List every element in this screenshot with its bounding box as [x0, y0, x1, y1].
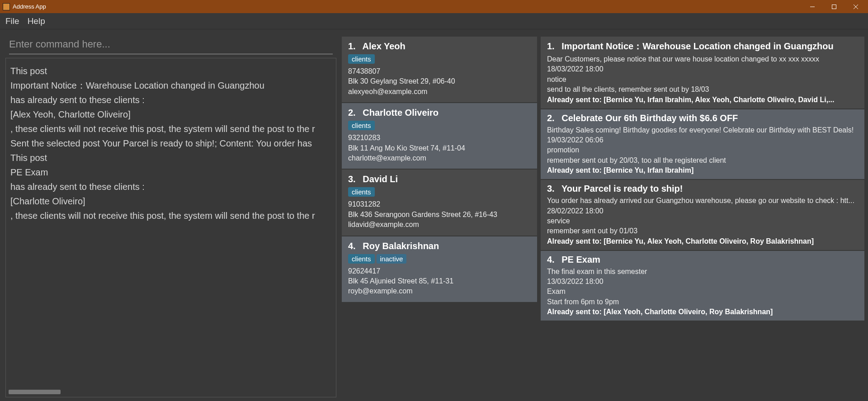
client-tags: clientsinactive [348, 254, 531, 264]
result-line: , these clients will not receive this po… [10, 122, 331, 136]
client-tags: clients [348, 121, 531, 130]
client-address: Blk 45 Aljunied Street 85, #11-31 [348, 276, 531, 286]
client-card[interactable]: 1. Alex Yeohclients87438807Blk 30 Geylan… [342, 37, 537, 102]
maximize-button[interactable] [824, 0, 844, 13]
client-phone: 92624417 [348, 266, 531, 276]
client-phone: 87438807 [348, 66, 531, 76]
result-line: Sent the selected post Your Parcel is re… [10, 136, 331, 151]
tag-clients: clients [348, 187, 375, 197]
result-line: [Alex Yeoh, Charlotte Oliveiro] [10, 107, 331, 122]
command-input[interactable] [9, 35, 333, 54]
client-phone: 93210283 [348, 133, 531, 143]
notice-category: Exam [547, 287, 858, 297]
notice-body: The final exam in this semester [547, 267, 858, 277]
menu-file[interactable]: File [5, 16, 19, 26]
client-email: alexyeoh@example.com [348, 87, 531, 97]
client-card[interactable]: 2. Charlotte Oliveiroclients93210283Blk … [342, 103, 537, 169]
client-phone: 91031282 [348, 199, 531, 209]
titlebar: Address App [0, 0, 868, 13]
client-name: 4. Roy Balakrishnan [348, 241, 531, 251]
notice-note: Start from 6pm to 9pm [547, 297, 858, 307]
result-line: This post [10, 151, 331, 165]
client-card[interactable]: 4. Roy Balakrishnanclientsinactive926244… [342, 236, 537, 302]
horizontal-scrollbar[interactable] [9, 390, 99, 394]
result-line: PE Exam [10, 165, 331, 179]
notice-card[interactable]: 4. PE ExamThe final exam in this semeste… [541, 251, 864, 321]
client-name: 1. Alex Yeoh [348, 41, 531, 52]
window-title: Address App [13, 3, 46, 10]
notice-card[interactable]: 2. Celebrate Our 6th Birthday with $6.6 … [541, 109, 864, 179]
notice-title: 3. Your Parcel is ready to ship! [547, 184, 858, 194]
notice-sent-to: Already sent to: [Bernice Yu, Irfan Ibra… [547, 96, 858, 104]
client-address: Blk 30 Geylang Street 29, #06-40 [348, 76, 531, 86]
notice-card[interactable]: 1. Important Notice：Warehouse Location c… [541, 37, 864, 109]
notice-sent-to: Already sent to: [Bernice Yu, Alex Yeoh,… [547, 237, 858, 245]
notice-category: promotion [547, 145, 858, 155]
tag-inactive: inactive [377, 254, 407, 264]
notice-body: Dear Customers, please notice that our w… [547, 54, 858, 64]
notice-date: 13/03/2022 18:00 [547, 277, 858, 287]
client-card[interactable]: 3. David Liclients91031282Blk 436 Serang… [342, 170, 537, 235]
client-email: charlotte@example.com [348, 153, 531, 163]
notice-card[interactable]: 3. Your Parcel is ready to ship!You orde… [541, 180, 864, 250]
result-line: [Charlotte Oliveiro] [10, 194, 331, 208]
notice-note: send to all the clients, remember sent o… [547, 85, 858, 94]
notice-title: 1. Important Notice：Warehouse Location c… [547, 40, 858, 52]
menu-help[interactable]: Help [28, 16, 45, 26]
client-email: lidavid@example.com [348, 220, 531, 230]
clients-panel: 1. Alex Yeohclients87438807Blk 30 Geylan… [342, 33, 537, 397]
notice-body: Birthday Sales coming! Birthday goodies … [547, 125, 858, 135]
notice-date: 19/03/2022 06:06 [547, 135, 858, 145]
minimize-button[interactable] [802, 0, 823, 13]
client-tags: clients [348, 54, 531, 64]
notice-sent-to: Already sent to: [Alex Yeoh, Charlotte O… [547, 308, 858, 316]
svg-rect-1 [832, 5, 836, 9]
notice-sent-to: Already sent to: [Bernice Yu, Irfan Ibra… [547, 166, 858, 175]
tag-clients: clients [348, 54, 375, 64]
notice-title: 2. Celebrate Our 6th Birthday with $6.6 … [547, 113, 858, 123]
result-line: , these clients will not receive this po… [10, 208, 331, 223]
result-line: has already sent to these clients : [10, 179, 331, 194]
notice-title: 4. PE Exam [547, 255, 858, 265]
client-name: 3. David Li [348, 174, 531, 184]
close-button[interactable] [845, 0, 866, 13]
client-name: 2. Charlotte Oliveiro [348, 108, 531, 118]
notice-date: 18/03/2022 18:00 [547, 64, 858, 74]
menubar: File Help [0, 13, 868, 29]
result-display: This post Important Notice：Warehouse Loc… [5, 58, 336, 397]
tag-clients: clients [348, 254, 375, 264]
notice-note: remember sent out by 01/03 [547, 226, 858, 236]
result-line: This post [10, 64, 331, 78]
notice-category: service [547, 216, 858, 226]
client-email: royb@example.com [348, 286, 531, 296]
content-area: This post Important Notice：Warehouse Loc… [0, 29, 868, 401]
app-icon [3, 3, 10, 10]
notice-category: notice [547, 75, 858, 85]
notice-note: remember sent out by 20/03, too all the … [547, 156, 858, 165]
client-address: Blk 11 Ang Mo Kio Street 74, #11-04 [348, 143, 531, 153]
notice-body: You order has already arrived our Guangz… [547, 196, 858, 206]
result-line: has already sent to these clients : [10, 93, 331, 107]
result-line: Important Notice：Warehouse Location chan… [10, 78, 331, 93]
left-panel: This post Important Notice：Warehouse Loc… [4, 33, 338, 397]
client-address: Blk 436 Serangoon Gardens Street 26, #16… [348, 210, 531, 220]
tag-clients: clients [348, 121, 375, 130]
notices-panel: 1. Important Notice：Warehouse Location c… [541, 33, 864, 397]
notice-date: 28/02/2022 18:00 [547, 206, 858, 216]
client-tags: clients [348, 187, 531, 197]
